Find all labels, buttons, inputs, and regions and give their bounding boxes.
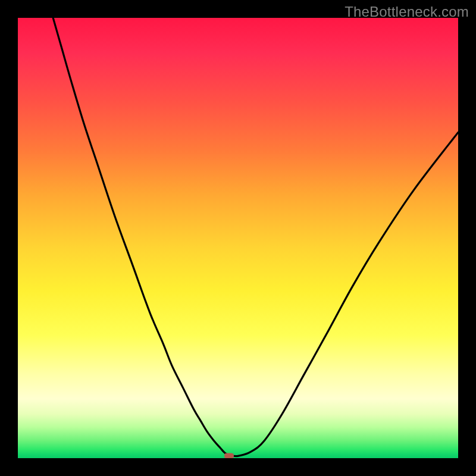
bottleneck-curve: [18, 18, 458, 458]
optimal-point-marker: [224, 453, 234, 458]
plot-area: [18, 18, 458, 458]
watermark-text: TheBottleneck.com: [345, 4, 469, 20]
